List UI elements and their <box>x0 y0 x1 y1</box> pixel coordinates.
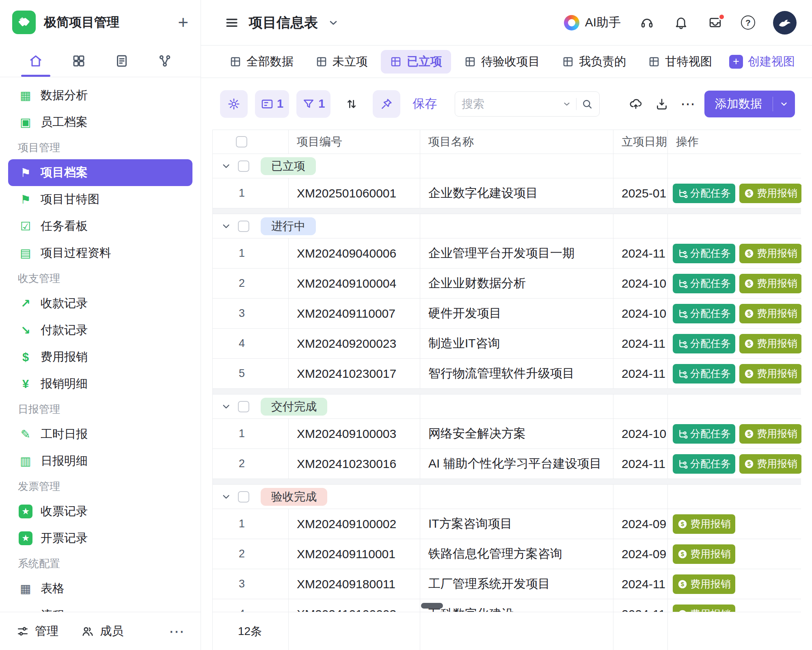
project-name-cell: 企业数字化建设项目 <box>420 178 613 208</box>
add-data-chevron[interactable] <box>773 91 795 117</box>
collapse-sidebar-button[interactable] <box>225 15 239 30</box>
sidebar-item[interactable]: 任务看板 <box>8 213 192 240</box>
table-row[interactable]: 3 XM202409180011 工厂管理系统开发项目 2024-11 <box>213 569 801 599</box>
view-tab[interactable]: 我负责的 <box>553 50 635 74</box>
sidebar-item[interactable]: 工时日报 <box>8 421 192 448</box>
view-tab[interactable]: 未立项 <box>307 50 377 74</box>
header-checkbox[interactable] <box>236 136 247 147</box>
table-row[interactable]: 1 XM202409100002 IT方案咨询项目 2024-09 <box>213 509 801 539</box>
filter-button[interactable]: 1 <box>296 90 330 118</box>
add-data-label[interactable]: 添加数据 <box>704 91 773 117</box>
table-row[interactable]: 3 XM202409110007 硬件开发项目 2024-10 <box>213 299 801 329</box>
tab-tables[interactable] <box>63 45 95 77</box>
tab-documents[interactable] <box>106 45 138 77</box>
table-row[interactable]: 1 XM202409040006 企业管理平台开发项目一期 2024-11 <box>213 238 801 269</box>
sidebar-item[interactable]: 表格 <box>8 575 192 602</box>
search-icon[interactable] <box>581 98 593 110</box>
sidebar-item[interactable]: 收票记录 <box>8 498 192 525</box>
horizontal-scrollbar-thumb[interactable] <box>421 603 443 609</box>
toolbar-more-button[interactable] <box>678 95 697 113</box>
import-button[interactable] <box>626 95 645 113</box>
user-avatar[interactable] <box>773 11 797 35</box>
sidebar-item[interactable]: 项目甘特图 <box>8 186 192 213</box>
table-row[interactable]: 2 XM202410230016 AI 辅助个性化学习平台建设项目 2024-1… <box>213 449 801 479</box>
row-action-button[interactable]: $ 分配任务 <box>673 364 735 384</box>
ai-assistant-button[interactable]: AI助手 <box>564 14 621 31</box>
table-row[interactable]: 1 XM202409100003 网络安全解决方案 2024-10 <box>213 419 801 449</box>
view-tab[interactable]: 已立项 <box>381 50 451 74</box>
view-tab[interactable]: 甘特视图 <box>639 50 721 74</box>
manage-button[interactable]: 管理 <box>16 623 58 639</box>
sidebar-menu: 数据分析 员工档案 项目管理 项目档案 <box>0 77 201 612</box>
sidebar-item[interactable]: 项目档案 <box>8 159 192 186</box>
row-action-button[interactable]: $ 分配任务 <box>673 184 735 203</box>
help-button[interactable] <box>741 15 755 30</box>
collapse-group-icon[interactable] <box>221 401 231 412</box>
export-button[interactable] <box>652 95 671 113</box>
sidebar-more-button[interactable] <box>169 622 184 640</box>
add-workspace-button[interactable] <box>178 13 188 31</box>
collapse-group-icon[interactable] <box>221 492 231 502</box>
title-chevron-down-icon[interactable] <box>328 17 339 28</box>
row-action-button[interactable]: $ 分配任务 <box>673 304 735 323</box>
sidebar-item[interactable]: 报销明细 <box>8 370 192 397</box>
add-data-button[interactable]: 添加数据 <box>704 91 795 117</box>
create-view-button[interactable]: 创建视图 <box>729 54 795 70</box>
sidebar-item[interactable]: 付款记录 <box>8 317 192 344</box>
tab-home[interactable] <box>19 45 52 77</box>
collapse-group-icon[interactable] <box>221 161 231 171</box>
row-action-button[interactable]: $ 费用报销 <box>739 454 801 474</box>
table-row[interactable]: 5 XM202410230017 智行物流管理软件升级项目 2024-11 <box>213 359 801 389</box>
sidebar-item[interactable]: 项目过程资料 <box>8 240 192 266</box>
create-view-label: 创建视图 <box>748 54 795 70</box>
table-row[interactable]: 2 XM202409110001 铁路信息化管理方案咨询 2024-09 <box>213 539 801 569</box>
row-action-button[interactable]: $ 费用报销 <box>673 544 735 564</box>
field-config-button[interactable]: 1 <box>255 90 289 118</box>
row-action-button[interactable]: $ 分配任务 <box>673 424 735 444</box>
sidebar-item[interactable]: 费用报销 <box>8 344 192 370</box>
table-row[interactable]: 2 XM202409100004 企业业财数据分析 2024-10 <box>213 269 801 299</box>
row-action-button[interactable]: $ 费用报销 <box>739 424 801 444</box>
row-action-button[interactable]: $ 分配任务 <box>673 454 735 474</box>
sidebar-item[interactable]: 员工档案 <box>8 109 192 136</box>
save-button[interactable]: 保存 <box>412 95 437 112</box>
group-checkbox[interactable] <box>238 491 249 503</box>
row-action-button[interactable]: $ 费用报销 <box>673 574 735 594</box>
sidebar-item-icon <box>18 165 33 180</box>
view-tab[interactable]: 全部数据 <box>220 50 302 74</box>
row-action-button[interactable]: $ 费用报销 <box>739 244 801 263</box>
group-checkbox[interactable] <box>238 160 249 172</box>
row-action-button[interactable]: $ 分配任务 <box>673 334 735 353</box>
assign-task-icon <box>677 308 688 319</box>
settings-button[interactable] <box>220 90 248 118</box>
sidebar-item[interactable]: 开票记录 <box>8 525 192 552</box>
view-tab[interactable]: 待验收项目 <box>455 50 549 74</box>
sidebar-item[interactable]: 日报明细 <box>8 448 192 474</box>
collapse-group-icon[interactable] <box>221 221 231 232</box>
pin-button[interactable] <box>373 90 400 118</box>
group-checkbox[interactable] <box>238 221 249 232</box>
support-headset-button[interactable] <box>639 15 655 31</box>
row-action-button[interactable]: $ 分配任务 <box>673 274 735 293</box>
view-tab-label: 全部数据 <box>246 54 294 70</box>
row-action-button[interactable]: $ 费用报销 <box>739 304 801 323</box>
tab-workflows[interactable] <box>149 45 181 77</box>
inbox-button[interactable] <box>707 15 723 31</box>
row-action-button[interactable]: $ 费用报销 <box>739 334 801 353</box>
sort-button[interactable] <box>338 90 365 118</box>
search-input[interactable] <box>462 98 557 110</box>
search-scope-chevron-icon[interactable] <box>562 100 571 108</box>
row-action-button[interactable]: $ 费用报销 <box>673 514 735 534</box>
sidebar-item[interactable]: 数据分析 <box>8 82 192 109</box>
group-checkbox[interactable] <box>238 401 249 412</box>
members-button[interactable]: 成员 <box>81 623 123 639</box>
sidebar-item[interactable]: 收款记录 <box>8 290 192 317</box>
row-action-button[interactable]: $ 费用报销 <box>739 364 801 384</box>
notifications-button[interactable] <box>673 15 689 31</box>
table-row[interactable]: 1 XM202501060001 企业数字化建设项目 2025-01 <box>213 178 801 208</box>
sidebar-item[interactable]: 流程 <box>8 602 192 612</box>
row-action-button[interactable]: $ 费用报销 <box>739 184 801 203</box>
row-action-button[interactable]: $ 费用报销 <box>739 274 801 293</box>
row-action-button[interactable]: $ 分配任务 <box>673 244 735 263</box>
table-row[interactable]: 4 XM202409200023 制造业IT咨询 2024-11 <box>213 329 801 359</box>
